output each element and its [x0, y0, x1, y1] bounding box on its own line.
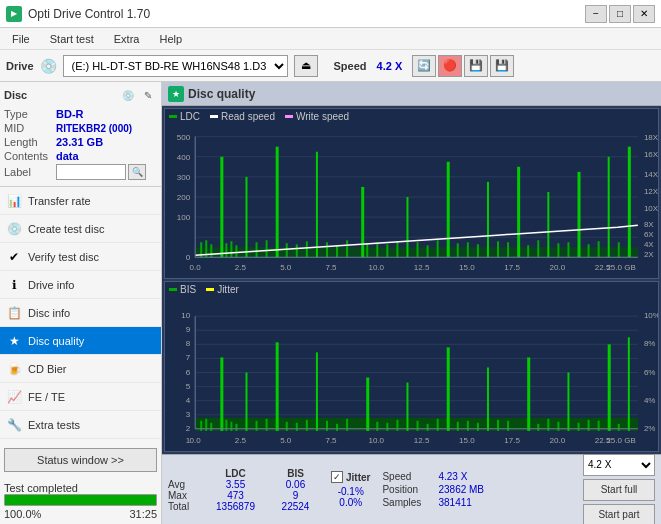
- avg-ldc: 3.55: [203, 479, 268, 490]
- stats-table: LDC BIS Avg 3.55 0.06 Max 473: [168, 468, 323, 512]
- disc-label-button[interactable]: 🔍: [128, 164, 146, 180]
- svg-rect-132: [210, 423, 212, 431]
- max-row: Max 473 9: [168, 490, 323, 501]
- sidebar-item-fe-te[interactable]: 📈 FE / TE: [0, 383, 161, 411]
- svg-text:2X: 2X: [644, 250, 654, 259]
- sidebar-item-create-test-disc[interactable]: 💿 Create test disc: [0, 215, 161, 243]
- jitter-legend-label: Jitter: [217, 284, 239, 295]
- sidebar-item-drive-info[interactable]: ℹ Drive info: [0, 271, 161, 299]
- svg-rect-145: [386, 423, 388, 431]
- svg-rect-45: [608, 157, 610, 258]
- svg-rect-65: [417, 242, 419, 257]
- maximize-button[interactable]: □: [609, 5, 631, 23]
- write-speed-legend: Write speed: [285, 111, 349, 122]
- svg-text:12.5: 12.5: [414, 436, 430, 445]
- disc-type-label: Type: [4, 108, 56, 120]
- verify-test-disc-label: Verify test disc: [28, 251, 99, 263]
- title-bar: ▶ Opti Drive Control 1.70 − □ ✕: [0, 0, 661, 28]
- minimize-button[interactable]: −: [585, 5, 607, 23]
- extra-tests-icon: 🔧: [6, 417, 22, 433]
- close-button[interactable]: ✕: [633, 5, 655, 23]
- speed-icon-4[interactable]: 💾: [490, 55, 514, 77]
- disc-label-label: Label: [4, 166, 56, 178]
- position-value: 23862 MB: [438, 484, 484, 495]
- disc-title: Disc: [4, 89, 27, 101]
- progress-time: 31:25: [129, 508, 157, 520]
- sidebar-item-extra-tests[interactable]: 🔧 Extra tests: [0, 411, 161, 439]
- samples-row: Samples 381411: [382, 497, 484, 508]
- svg-rect-76: [567, 242, 569, 257]
- svg-rect-52: [235, 245, 237, 257]
- svg-rect-43: [547, 192, 549, 257]
- status-window-button[interactable]: Status window >>: [4, 448, 157, 472]
- speed-icon-1[interactable]: 🔄: [412, 55, 436, 77]
- disc-info-label: Disc info: [28, 307, 70, 319]
- sidebar-item-disc-info[interactable]: 📋 Disc info: [0, 299, 161, 327]
- drive-info-icon: ℹ: [6, 277, 22, 293]
- svg-text:0: 0: [186, 253, 191, 262]
- svg-rect-69: [467, 242, 469, 257]
- speed-row: Speed 4.23 X: [382, 471, 484, 482]
- svg-text:100: 100: [177, 213, 191, 222]
- sidebar: Disc 💿 ✎ Type BD-R MID RITEKBR2 (000) Le…: [0, 82, 162, 524]
- svg-rect-150: [457, 422, 459, 431]
- svg-rect-126: [527, 357, 530, 430]
- svg-rect-124: [447, 347, 450, 431]
- speed-label: Speed: [334, 60, 367, 72]
- drive-select[interactable]: (E:) HL-DT-ST BD-RE WH16NS48 1.D3: [63, 55, 288, 77]
- svg-rect-63: [386, 244, 388, 257]
- disc-length-value: 23.31 GB: [56, 136, 103, 148]
- sidebar-item-verify-test-disc[interactable]: ✔ Verify test disc: [0, 243, 161, 271]
- ldc-col-header: LDC: [203, 468, 268, 479]
- total-bis: 22524: [268, 501, 323, 512]
- svg-rect-59: [336, 245, 338, 257]
- jitter-checkbox[interactable]: ✓: [331, 471, 343, 483]
- disc-type-value: BD-R: [56, 108, 84, 120]
- jitter-legend: Jitter: [206, 284, 239, 295]
- svg-text:7.5: 7.5: [325, 436, 337, 445]
- disc-icon-2[interactable]: ✎: [139, 86, 157, 104]
- speed-icon-2[interactable]: 🔴: [438, 55, 462, 77]
- progress-values: 100.0% 31:25: [4, 508, 157, 520]
- sidebar-item-cd-bier[interactable]: 🍺 CD Bier: [0, 355, 161, 383]
- jitter-section: ✓ Jitter -0.1% 0.0%: [331, 471, 370, 508]
- disc-icons: 💿 ✎: [119, 86, 157, 104]
- sidebar-item-disc-quality[interactable]: ★ Disc quality: [0, 327, 161, 355]
- disc-info-icon: 📋: [6, 305, 22, 321]
- svg-rect-56: [296, 244, 298, 257]
- start-full-button[interactable]: Start full: [583, 479, 655, 501]
- sidebar-item-transfer-rate[interactable]: 📊 Transfer rate: [0, 187, 161, 215]
- start-part-button[interactable]: Start part: [583, 504, 655, 525]
- svg-rect-120: [276, 342, 279, 431]
- svg-rect-36: [276, 147, 279, 258]
- svg-text:6%: 6%: [644, 368, 656, 377]
- speed-icon-3[interactable]: 💾: [464, 55, 488, 77]
- svg-text:2%: 2%: [644, 424, 656, 433]
- svg-text:400: 400: [177, 153, 191, 162]
- jitter-max: 0.0%: [331, 497, 370, 508]
- speed-position-section: Speed 4.23 X Position 23862 MB Samples 3…: [382, 471, 484, 508]
- disc-contents-label: Contents: [4, 150, 56, 162]
- speed-stat-value: 4.23 X: [438, 471, 467, 482]
- eject-button[interactable]: ⏏: [294, 55, 318, 77]
- jitter-avg: -0.1%: [331, 486, 370, 497]
- main-layout: Disc 💿 ✎ Type BD-R MID RITEKBR2 (000) Le…: [0, 82, 661, 524]
- ldc-legend-label: LDC: [180, 111, 200, 122]
- menu-start-test[interactable]: Start test: [42, 31, 102, 47]
- disc-label-input[interactable]: [56, 164, 126, 180]
- speed-dropdown[interactable]: 4.2 X: [583, 454, 655, 476]
- svg-rect-60: [346, 240, 348, 257]
- disc-icon-1[interactable]: 💿: [119, 86, 137, 104]
- menu-extra[interactable]: Extra: [106, 31, 148, 47]
- svg-rect-123: [406, 383, 408, 431]
- svg-rect-50: [225, 243, 227, 257]
- disc-header: Disc 💿 ✎: [4, 86, 157, 104]
- svg-rect-161: [618, 424, 620, 431]
- menu-help[interactable]: Help: [151, 31, 190, 47]
- svg-text:10%: 10%: [644, 311, 658, 320]
- svg-rect-157: [557, 422, 559, 431]
- action-buttons: 4.2 X Start full Start part: [583, 454, 655, 525]
- svg-rect-148: [427, 424, 429, 431]
- svg-rect-51: [230, 241, 232, 257]
- menu-file[interactable]: File: [4, 31, 38, 47]
